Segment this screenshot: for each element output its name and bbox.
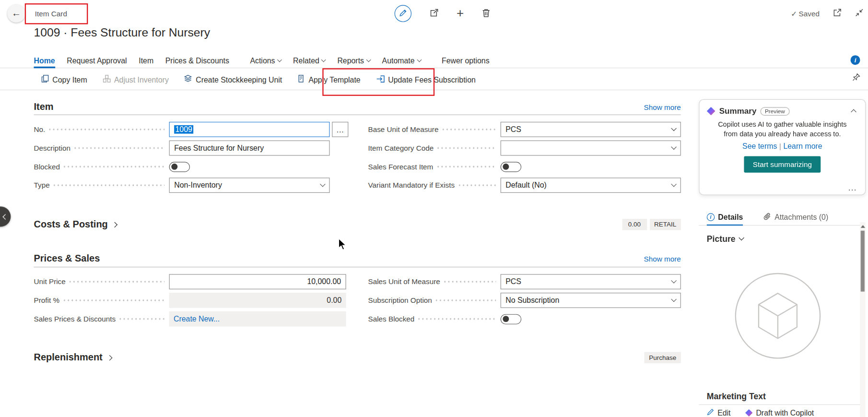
summary-title: Summary — [719, 107, 757, 116]
page-caption: Item Card — [35, 0, 67, 27]
create-new-link[interactable]: Create New... — [174, 315, 220, 323]
check-icon: ✓ — [791, 9, 797, 18]
delete-button[interactable] — [482, 8, 491, 19]
sales-uom-select[interactable]: PCS — [501, 274, 681, 289]
field-row-sales-prices: Sales Prices & Discounts Create New... — [34, 310, 349, 328]
no-input[interactable]: 1009 — [169, 122, 330, 137]
field-row-sales-uom: Sales Unit of Measure PCS — [368, 273, 680, 291]
edit-marketing-button[interactable]: Edit — [707, 408, 731, 417]
replenishment-system-badge: Purchase — [645, 352, 681, 363]
scrollbar-thumb[interactable] — [861, 231, 865, 292]
new-record-button[interactable]: + — [457, 7, 464, 20]
subscription-option-select[interactable]: No Subscription — [501, 293, 681, 308]
plus-icon: + — [457, 7, 464, 20]
sales-blocked-toggle[interactable] — [501, 314, 521, 324]
dotted-leader — [443, 129, 496, 131]
apply-template-action[interactable]: Apply Template — [297, 74, 361, 84]
costs-posting-title[interactable]: Costs & Posting — [34, 219, 117, 230]
replenishment-title[interactable]: Replenishment — [34, 352, 112, 363]
create-stockkeeping-unit-action[interactable]: Create Stockkeeping Unit — [184, 74, 282, 84]
item-fields: No. 1009 … Description Fees Structure fo… — [34, 120, 681, 194]
open-in-new-window-button[interactable] — [833, 9, 842, 19]
item-category-select[interactable] — [501, 141, 681, 156]
tab-home[interactable]: Home — [34, 52, 55, 68]
dotted-leader — [70, 281, 164, 283]
dotted-leader — [74, 147, 164, 149]
start-summarizing-button[interactable]: Start summarizing — [744, 156, 821, 173]
trash-icon — [482, 8, 491, 19]
copy-item-action[interactable]: Copy Item — [41, 74, 87, 84]
record-actions: + — [395, 0, 491, 27]
pencil-icon — [399, 9, 407, 18]
base-uom-label: Base Unit of Measure — [368, 125, 438, 134]
tab-fewer-options[interactable]: Fewer options — [442, 52, 490, 68]
chevron-down-icon — [671, 126, 677, 131]
scrollbar-up-arrow-icon[interactable] — [861, 225, 865, 228]
tab-item[interactable]: Item — [139, 52, 153, 68]
blocked-toggle[interactable] — [169, 162, 190, 172]
draft-with-copilot-button[interactable]: Draft with Copilot — [745, 409, 814, 417]
tab-request-approval[interactable]: Request Approval — [67, 52, 127, 68]
tab-automate[interactable]: Automate — [382, 52, 421, 68]
dotted-leader — [458, 184, 496, 186]
prices-section-divider — [34, 267, 681, 267]
adjust-inventory-icon — [102, 74, 111, 84]
tab-reports[interactable]: Reports — [337, 52, 370, 68]
description-input[interactable]: Fees Structure for Nursery — [169, 141, 330, 156]
summary-more-button[interactable]: … — [848, 183, 857, 193]
base-uom-select[interactable]: PCS — [501, 122, 681, 137]
pencil-icon — [707, 408, 714, 417]
see-terms-link[interactable]: See terms — [742, 142, 777, 151]
sales-forecast-toggle[interactable] — [501, 162, 521, 172]
page-title: 1009 · Fees Structure for Nursery — [34, 26, 211, 39]
item-category-label: Item Category Code — [368, 144, 434, 153]
chevron-down-icon — [671, 181, 677, 187]
share-button[interactable] — [430, 8, 439, 19]
no-assist-button[interactable]: … — [332, 122, 348, 137]
edit-button[interactable] — [395, 5, 411, 22]
tab-actions[interactable]: Actions — [250, 52, 281, 68]
dotted-leader — [64, 166, 164, 168]
prices-sales-title[interactable]: Prices & Sales — [34, 253, 100, 265]
chevron-down-icon — [320, 181, 326, 187]
chevron-down-icon — [366, 57, 371, 62]
paperclip-icon — [763, 213, 771, 222]
unit-price-input[interactable]: 10,000.00 — [169, 274, 346, 289]
chevron-down-icon — [671, 297, 677, 302]
tab-prices-discounts[interactable]: Prices & Discounts — [165, 52, 229, 68]
back-button[interactable]: ← — [7, 4, 25, 23]
no-label: No. — [34, 125, 46, 134]
dotted-leader — [436, 299, 496, 301]
collapse-window-button[interactable] — [855, 9, 864, 19]
prices-sales-header: Prices & Sales Show more — [34, 251, 681, 267]
picture-section-toggle[interactable]: Picture — [707, 234, 743, 244]
copilot-icon — [707, 107, 716, 116]
summary-collapse-button[interactable] — [849, 106, 858, 116]
dotted-leader — [63, 299, 164, 301]
learn-more-link[interactable]: Learn more — [783, 142, 822, 151]
field-row-variant-mandatory: Variant Mandatory if Exists Default (No) — [368, 176, 680, 195]
tab-related[interactable]: Related — [293, 52, 326, 68]
prices-show-more-link[interactable]: Show more — [644, 255, 681, 263]
item-show-more-link[interactable]: Show more — [644, 103, 681, 111]
chevron-down-icon — [671, 278, 677, 284]
update-fees-subscribtion-action[interactable]: Update Fees Subscribtion — [375, 75, 475, 84]
info-button[interactable]: i — [851, 55, 860, 65]
dotted-leader — [444, 281, 496, 283]
dotted-leader — [437, 147, 496, 149]
dotted-leader — [437, 166, 496, 168]
unit-price-label: Unit Price — [34, 277, 66, 286]
panel-toggle-button[interactable] — [0, 206, 11, 226]
description-label: Description — [34, 144, 70, 153]
item-section-title[interactable]: Item — [34, 102, 54, 113]
variant-mandatory-select[interactable]: Default (No) — [501, 178, 681, 193]
details-info-icon: i — [707, 213, 715, 221]
prices-fields: Unit Price 10,000.00 Profit % 0.00 Sales… — [34, 273, 681, 328]
blocked-label: Blocked — [34, 162, 60, 171]
type-select[interactable]: Non-Inventory — [169, 178, 330, 193]
variant-mandatory-label: Variant Mandatory if Exists — [368, 181, 455, 190]
tab-details[interactable]: i Details — [707, 209, 743, 226]
tab-attachments[interactable]: Attachments (0) — [763, 209, 829, 226]
sales-uom-label: Sales Unit of Measure — [368, 277, 440, 286]
pin-button[interactable] — [852, 73, 860, 83]
